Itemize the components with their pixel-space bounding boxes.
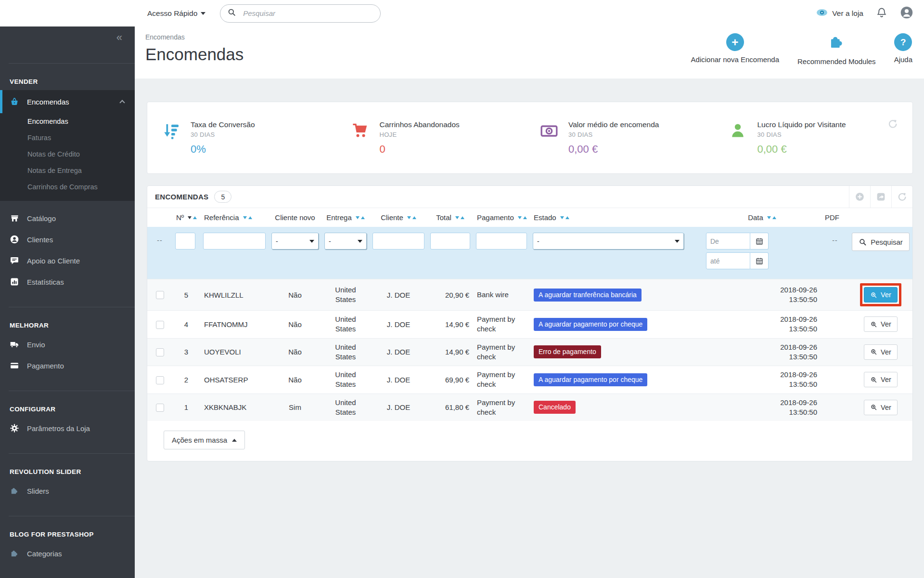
sidebar-collapse-button[interactable]: « — [116, 31, 122, 43]
notifications-bell-icon[interactable] — [876, 7, 887, 20]
sort-icons[interactable] — [560, 216, 569, 219]
conversion-funnel-icon — [162, 120, 183, 156]
add-new-order-button[interactable]: + Adicionar nova Encomenda — [691, 33, 779, 66]
order-date: 2018-09-2613:50:50 — [703, 366, 821, 394]
global-search[interactable] — [220, 4, 381, 23]
row-checkbox[interactable] — [156, 291, 164, 299]
sidebar-item-parametros-da-loja[interactable]: Parâmetros da Loja — [0, 418, 135, 439]
account-avatar[interactable] — [900, 6, 913, 21]
sidebar-item-apoio-ao-cliente[interactable]: Apoio ao Cliente — [0, 250, 135, 271]
refresh-icon[interactable] — [887, 118, 898, 131]
sort-desc-icon — [560, 216, 564, 219]
delivery-filter-select[interactable]: - — [324, 233, 367, 250]
calendar-icon[interactable] — [750, 233, 769, 250]
order-number: 2 — [172, 366, 200, 394]
view-order-button[interactable]: Ver — [864, 287, 898, 302]
recommended-modules-button[interactable]: Recommended Modules — [797, 33, 876, 66]
row-checkbox[interactable] — [156, 348, 164, 356]
sidebar-item-categorias[interactable]: Categorias — [0, 543, 135, 564]
sort-asc-icon — [248, 216, 252, 219]
add-icon-button[interactable] — [849, 186, 870, 208]
sidebar-item-label: Sliders — [27, 487, 49, 495]
sort-icons[interactable] — [356, 216, 365, 219]
sidebar-subitem-faturas[interactable]: Faturas — [0, 130, 135, 146]
search-input[interactable] — [243, 9, 354, 17]
plus-circle-icon: + — [726, 33, 744, 51]
sort-icons[interactable] — [767, 216, 776, 219]
kpi-card: Taxa de Conversão 30 DIAS 0% Carrinhos A… — [147, 102, 913, 174]
sidebar-item-sliders[interactable]: Sliders — [0, 480, 135, 501]
sidebar-subitem-notas-de-entrega[interactable]: Notas de Entrega — [0, 162, 135, 179]
sidebar-caption-configurar: CONFIGURAR — [10, 406, 135, 413]
number-filter-input[interactable] — [175, 233, 195, 250]
filter-not-available: -- — [150, 233, 169, 244]
caret-down-icon — [309, 240, 314, 243]
new-client-filter-select[interactable]: - — [271, 233, 319, 250]
view-order-button[interactable]: Ver — [864, 316, 898, 332]
sidebar-item-estatisticas[interactable]: Estatísticas — [0, 271, 135, 292]
client-filter-input[interactable] — [372, 233, 424, 250]
calendar-icon[interactable] — [750, 252, 769, 269]
date-to-input[interactable] — [706, 252, 750, 269]
sort-icons[interactable] — [243, 216, 252, 219]
order-delivery: United States — [321, 338, 370, 366]
order-number: 1 — [172, 394, 200, 421]
payment-filter-input[interactable] — [476, 233, 527, 250]
help-button[interactable]: ? Ajuda — [894, 33, 912, 66]
column-header-status: Estado — [530, 208, 703, 227]
view-order-button[interactable]: Ver — [864, 344, 898, 360]
sidebar-item-envio[interactable]: Envio — [0, 334, 135, 355]
refresh-icon-button[interactable] — [891, 186, 912, 208]
sidebar-item-pagamento[interactable]: Pagamento — [0, 355, 135, 376]
sidebar-subitem-notas-de-credito[interactable]: Notas de Crédito — [0, 146, 135, 162]
bulk-actions-button[interactable]: Ações em massa — [164, 431, 245, 449]
order-pdf — [821, 394, 849, 421]
sidebar-item-encomendas[interactable]: Encomendas — [0, 90, 135, 113]
total-filter-input[interactable] — [430, 233, 470, 250]
export-icon-button[interactable] — [870, 186, 891, 208]
search-icon — [227, 8, 236, 19]
sidebar-item-label: Apoio ao Cliente — [27, 257, 80, 265]
sidebar-item-catalogo[interactable]: Catálogo — [0, 208, 135, 229]
order-client: J. DOE — [370, 338, 427, 366]
sidebar-subitem-carrinhos-de-compras[interactable]: Carrinhos de Compras — [0, 179, 135, 195]
view-order-button[interactable]: Ver — [864, 400, 898, 415]
sort-desc-icon — [407, 216, 411, 219]
order-delivery: United States — [321, 311, 370, 339]
filter-row: -- - - — [147, 227, 912, 279]
filter-not-available: -- — [824, 233, 846, 244]
sidebar-item-clientes[interactable]: Clientes — [0, 229, 135, 250]
sort-desc-icon — [455, 216, 459, 219]
sidebar-subitem-encomendas[interactable]: Encomendas — [0, 113, 135, 130]
quick-access-dropdown[interactable]: Acesso Rápido — [147, 9, 205, 18]
status-filter-select[interactable]: - — [533, 233, 684, 250]
puzzle-icon — [10, 549, 19, 558]
sort-icons[interactable] — [188, 216, 197, 219]
date-from-input[interactable] — [706, 233, 750, 250]
order-new-client: Não — [269, 338, 321, 366]
order-total: 14,90 € — [427, 338, 473, 366]
view-order-button[interactable]: Ver — [864, 372, 898, 387]
sort-asc-icon — [193, 216, 197, 219]
divider — [9, 307, 135, 307]
sidebar-item-label: Clientes — [27, 236, 53, 244]
caret-down-icon — [201, 12, 205, 15]
row-checkbox[interactable] — [156, 376, 164, 384]
sort-icons[interactable] — [455, 216, 464, 219]
view-shop-link[interactable]: Ver a loja — [816, 8, 863, 19]
sidebar-item-label: Parâmetros da Loja — [27, 424, 90, 433]
order-date: 2018-09-2613:50:50 — [703, 279, 821, 311]
sort-icons[interactable] — [407, 216, 416, 219]
order-pdf — [821, 366, 849, 394]
order-total: 20,90 € — [427, 279, 473, 311]
order-new-client: Não — [269, 366, 321, 394]
kpi-conversion-rate: Taxa de Conversão 30 DIAS 0% — [152, 120, 341, 156]
sort-asc-icon — [412, 216, 416, 219]
sort-icons[interactable] — [518, 216, 527, 219]
column-header-reference: Referência — [200, 208, 269, 227]
reference-filter-input[interactable] — [203, 233, 266, 250]
row-checkbox[interactable] — [156, 404, 164, 412]
order-new-client: Não — [269, 279, 321, 311]
row-checkbox[interactable] — [156, 321, 164, 329]
filter-search-button[interactable]: Pesquisar — [852, 233, 910, 251]
